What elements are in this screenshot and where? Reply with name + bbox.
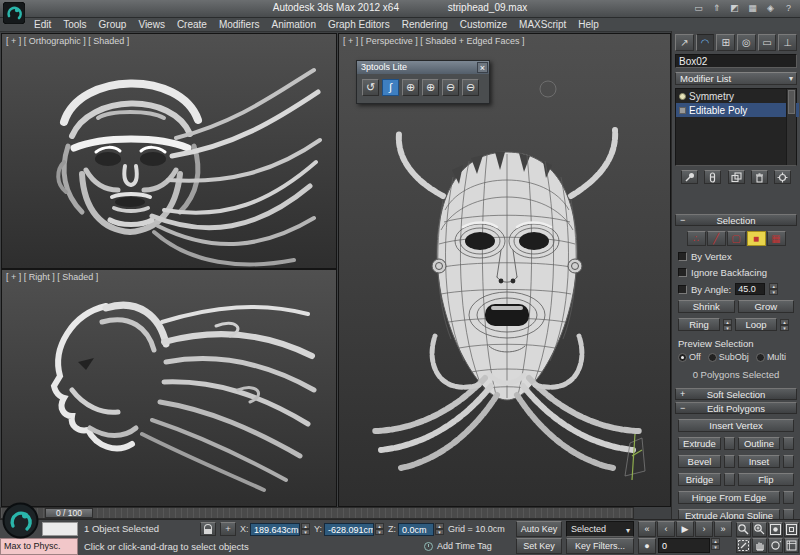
- menu-tools[interactable]: Tools: [57, 18, 92, 31]
- previous-frame-button[interactable]: ‹: [657, 521, 675, 537]
- shrink-button[interactable]: Shrink: [678, 300, 735, 313]
- key-selection-dropdown[interactable]: Selected ▾: [566, 521, 634, 537]
- pan-hand-icon[interactable]: [752, 538, 767, 553]
- soft-selection-rollout-header[interactable]: + Soft Selection: [675, 388, 797, 400]
- make-unique-icon[interactable]: [728, 170, 745, 184]
- hinge-from-edge-button[interactable]: Hinge From Edge: [678, 491, 780, 504]
- preview-off-option[interactable]: Off: [678, 352, 701, 362]
- up-arrow-icon[interactable]: ⇑: [710, 2, 723, 14]
- next-frame-button[interactable]: ›: [695, 521, 713, 537]
- spinner-down-icon[interactable]: ▾: [780, 325, 789, 331]
- monitor-icon[interactable]: ▭: [692, 2, 705, 14]
- zoom-all-icon[interactable]: [752, 522, 767, 537]
- modifier-list-dropdown[interactable]: Modifier List ▾: [675, 72, 797, 85]
- selection-rollout-header[interactable]: − Selection: [675, 214, 797, 226]
- viewport-orthographic-label[interactable]: [ + ] [ Orthographic ] [ Shaded ]: [6, 36, 129, 46]
- zoom-extents-all-icon[interactable]: [784, 522, 799, 537]
- maximize-viewport-toggle-icon[interactable]: [784, 538, 799, 553]
- edge-subobject-icon[interactable]: ╱: [707, 231, 726, 246]
- preview-subobj-option[interactable]: SubObj: [708, 352, 749, 362]
- menu-create[interactable]: Create: [171, 18, 213, 31]
- extrude-along-spline-button[interactable]: Extrude Along Spline: [678, 509, 780, 519]
- border-subobject-icon[interactable]: ▢: [727, 231, 746, 246]
- radio-off-icon[interactable]: [708, 353, 717, 362]
- spinner-down-icon[interactable]: ▾: [375, 529, 384, 535]
- modifier-row-editable-poly[interactable]: Editable Poly: [676, 103, 799, 117]
- menu-group[interactable]: Group: [93, 18, 133, 31]
- help-icon[interactable]: ?: [782, 2, 795, 14]
- time-tag-icon[interactable]: [424, 542, 433, 551]
- zoom-extents-icon[interactable]: [768, 522, 783, 537]
- extrude-button[interactable]: Extrude: [678, 437, 721, 450]
- hinge-settings-button[interactable]: [783, 491, 794, 504]
- angle-value-field[interactable]: 45.0: [735, 283, 765, 295]
- absolute-mode-toggle[interactable]: +: [220, 522, 236, 536]
- grow-button[interactable]: Grow: [738, 300, 795, 313]
- utilities-tab-icon[interactable]: ⊥: [778, 34, 797, 51]
- key-mode-toggle-button[interactable]: ●: [638, 538, 656, 554]
- spinner-down-icon[interactable]: ▾: [723, 325, 732, 331]
- remove-modifier-icon[interactable]: [751, 170, 768, 184]
- create-tab-icon[interactable]: ↗: [675, 34, 694, 51]
- menu-edit[interactable]: Edit: [28, 18, 57, 31]
- set-key-button[interactable]: Set Key: [516, 538, 562, 554]
- stack-scrollbar[interactable]: [786, 89, 796, 165]
- viewport-perspective[interactable]: [ + ] [ Perspective ] [ Shaded + Edged F…: [338, 33, 671, 507]
- grid-icon[interactable]: ▦: [746, 2, 759, 14]
- insert-vertex-button[interactable]: Insert Vertex: [678, 419, 794, 432]
- viewport-perspective-label[interactable]: [ + ] [ Perspective ] [ Shaded + Edged F…: [343, 36, 525, 46]
- viewport-right[interactable]: [ + ] [ Right ] [ Shaded ]: [1, 269, 337, 507]
- menu-customize[interactable]: Customize: [454, 18, 513, 31]
- add-time-tag-label[interactable]: Add Time Tag: [437, 541, 492, 551]
- 3ptools-lite-toolbar[interactable]: 3ptools Lite × ↺ ∫ ⊕ ⊕ ⊖ ⊖: [356, 60, 490, 104]
- show-end-result-icon[interactable]: [704, 170, 721, 184]
- outline-button[interactable]: Outline: [738, 437, 781, 450]
- by-vertex-checkbox[interactable]: [678, 252, 687, 261]
- modify-tab-icon[interactable]: ◠: [696, 34, 715, 51]
- max-logo-icon[interactable]: [3, 2, 25, 24]
- go-to-end-button[interactable]: »: [714, 521, 732, 537]
- viewport-right-label[interactable]: [ + ] [ Right ] [ Shaded ]: [6, 272, 98, 282]
- zoom-region-icon[interactable]: [736, 538, 751, 553]
- minus-circle-icon-2[interactable]: ⊖: [462, 79, 479, 96]
- time-slider[interactable]: 0 / 100: [45, 508, 93, 518]
- key-filters-button[interactable]: Key Filters...: [566, 538, 634, 554]
- timeline-track[interactable]: 0 / 100: [0, 507, 634, 519]
- current-frame-field[interactable]: 0: [658, 538, 710, 553]
- x-spinner[interactable]: ▴▾: [301, 523, 310, 535]
- ignore-backfacing-checkbox[interactable]: [678, 268, 687, 277]
- bridge-button[interactable]: Bridge: [678, 473, 721, 486]
- polygon-subobject-icon[interactable]: ■: [747, 231, 766, 246]
- loop-button[interactable]: Loop: [735, 318, 777, 331]
- spline-tool-icon[interactable]: ∫: [382, 79, 399, 96]
- plus-circle-icon-2[interactable]: ⊕: [422, 79, 439, 96]
- motion-tab-icon[interactable]: ◎: [737, 34, 756, 51]
- lightbulb-icon[interactable]: [679, 93, 686, 100]
- menu-modifiers[interactable]: Modifiers: [213, 18, 266, 31]
- menu-views[interactable]: Views: [132, 18, 171, 31]
- extrude-settings-button[interactable]: [724, 437, 735, 450]
- element-subobject-icon[interactable]: ▦: [767, 231, 786, 246]
- spinner-down-icon[interactable]: ▾: [711, 544, 720, 550]
- object-name-field[interactable]: Box02: [675, 54, 797, 68]
- angle-spinner[interactable]: ▴ ▾: [769, 283, 778, 295]
- menu-rendering[interactable]: Rendering: [396, 18, 454, 31]
- x-coordinate-field[interactable]: 189.643cm: [250, 523, 300, 536]
- frame-spinner[interactable]: ▴▾: [711, 538, 720, 550]
- bridge-settings-button[interactable]: [724, 473, 735, 486]
- minus-circle-icon-1[interactable]: ⊖: [442, 79, 459, 96]
- by-angle-checkbox[interactable]: [678, 285, 687, 294]
- menu-maxscript[interactable]: MAXScript: [513, 18, 572, 31]
- go-to-start-button[interactable]: «: [638, 521, 656, 537]
- modifier-row-symmetry[interactable]: Symmetry: [676, 89, 796, 103]
- inset-settings-button[interactable]: [783, 455, 794, 468]
- auto-key-button[interactable]: Auto Key: [516, 521, 562, 537]
- flip-button[interactable]: Flip: [738, 473, 794, 486]
- z-spinner[interactable]: ▴▾: [435, 523, 444, 535]
- bevel-settings-button[interactable]: [724, 455, 735, 468]
- configure-modifier-sets-icon[interactable]: [774, 170, 791, 184]
- spinner-down-icon[interactable]: ▾: [769, 289, 778, 295]
- ring-button[interactable]: Ring: [678, 318, 720, 331]
- scrollbar-thumb[interactable]: [788, 90, 795, 114]
- menu-graph-editors[interactable]: Graph Editors: [322, 18, 396, 31]
